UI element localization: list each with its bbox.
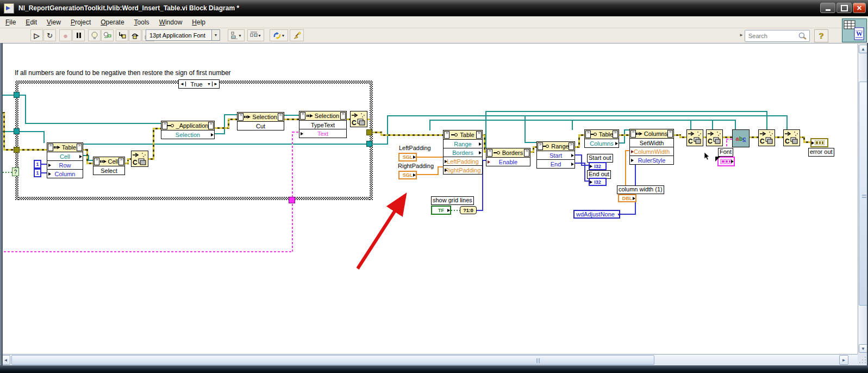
horizontal-scrollbar-thumb[interactable] [11, 355, 654, 365]
node-row-text[interactable]: Text [317, 130, 328, 137]
property-node-table-format[interactable]: ?! Table ?! Range Borders LeftPadding Ri… [443, 130, 483, 175]
case-structure-border-bottom[interactable] [15, 197, 373, 200]
close-reference-node[interactable]: C [131, 151, 148, 167]
close-reference-node[interactable]: C [783, 129, 800, 146]
wire-rulerstyle[interactable] [620, 214, 636, 215]
wire-end[interactable] [584, 163, 585, 182]
clean-up-diagram-button[interactable] [290, 29, 304, 41]
maximize-button[interactable] [836, 3, 852, 13]
tunnel-app-ref[interactable] [14, 92, 20, 98]
wire-error[interactable] [3, 149, 14, 151]
tunnel-error-in[interactable] [14, 147, 20, 153]
wire-close-ref-drop[interactable] [786, 115, 788, 130]
wire-range-ref[interactable] [524, 142, 538, 143]
wire-error[interactable] [20, 149, 47, 151]
vertical-scrollbar[interactable]: ▲ ▼ [858, 44, 867, 354]
enum-constant-wdadjustnone[interactable]: wdAdjustNone ▼ [573, 210, 620, 219]
wire-error[interactable] [619, 134, 630, 136]
wire-error[interactable] [153, 128, 154, 159]
pause-button[interactable] [72, 29, 85, 41]
wire-error[interactable] [153, 128, 161, 129]
node-row-rulerstyle[interactable]: RulerStyle [638, 157, 666, 164]
property-node-borders[interactable]: ?! Borders ?! Enable [486, 148, 530, 166]
chevron-down-icon[interactable]: ▼ [207, 82, 211, 86]
wire-error[interactable] [86, 149, 88, 164]
node-row-rightpadding[interactable]: RightPadding [445, 167, 480, 173]
sgl-control-leftpadding[interactable]: SGL [398, 153, 417, 161]
numeric-constant-column[interactable]: 1 [34, 169, 41, 177]
wire-abc-ref[interactable] [735, 120, 736, 130]
wire-table-fmt-ref[interactable] [429, 120, 430, 130]
vertical-scrollbar-thumb[interactable] [859, 82, 867, 306]
font-selector-dropdown[interactable]: ▼ [211, 29, 220, 41]
wire-error[interactable] [215, 127, 229, 129]
font-cluster-control[interactable] [717, 157, 735, 166]
case-structure-border-right[interactable] [370, 80, 373, 200]
wire-rightpadding[interactable] [416, 174, 439, 175]
horizontal-scrollbar[interactable]: ◄ ► [0, 354, 858, 365]
property-node-range[interactable]: ?! Range ?! Start End [536, 141, 575, 169]
property-node-application[interactable]: ?! _Application ?! Selection [161, 121, 215, 139]
node-row-cell[interactable]: Cell [60, 153, 70, 160]
font-selector[interactable]: 13pt Application Font [146, 29, 212, 41]
retain-wire-values-button[interactable] [101, 29, 114, 41]
node-row-column[interactable]: Column [55, 171, 76, 177]
close-reference-node[interactable]: C [706, 129, 723, 146]
wire-cell-ref[interactable] [88, 160, 93, 161]
wire-close-ref-drop[interactable] [690, 120, 691, 130]
wire-error[interactable] [803, 141, 811, 143]
run-button[interactable]: ▷ [30, 29, 43, 41]
tunnel-table-ref-out[interactable] [366, 141, 372, 147]
wire-ref-rail-3[interactable] [485, 111, 767, 112]
scroll-down-button[interactable]: ▼ [859, 344, 867, 353]
wire-error[interactable] [284, 119, 299, 120]
wire-rightpadding[interactable] [438, 166, 439, 175]
wire-selection-ref[interactable] [224, 115, 225, 134]
case-selector[interactable]: ◄ True ▼ ► [178, 79, 220, 89]
node-row-setwidth[interactable]: SetWidth [640, 140, 664, 146]
step-over-button[interactable] [129, 29, 141, 41]
wire-columns-ref[interactable] [624, 129, 625, 144]
node-row-typetext[interactable]: TypeText [311, 122, 335, 128]
step-into-button[interactable] [116, 29, 128, 41]
close-reference-node[interactable]: C [758, 129, 775, 146]
scroll-right-button[interactable]: ► [839, 355, 848, 365]
node-row-selection[interactable]: Selection [176, 132, 200, 138]
invoke-node-table-cell[interactable]: ?! Table ?! Cell Row Column [47, 142, 83, 178]
invoke-node-selection-cut[interactable]: ?! Selection ?! Cut [237, 112, 284, 130]
node-row-cut[interactable]: Cut [256, 123, 265, 129]
wire-leftpadding[interactable] [416, 157, 444, 158]
search-input[interactable] [747, 32, 798, 40]
node-row-row[interactable]: Row [59, 162, 71, 169]
close-reference-node[interactable]: C [686, 129, 703, 146]
invoke-node-selection-typetext[interactable]: ?! Selection ?! TypeText Text [299, 111, 347, 138]
scroll-up-button[interactable]: ▲ [859, 45, 867, 53]
dbl-control-column-width[interactable]: DBL [618, 194, 636, 202]
wire-ref-rail-1[interactable] [387, 115, 788, 116]
wire-error[interactable] [722, 136, 733, 138]
node-row-start[interactable]: Start [549, 152, 562, 159]
menu-window[interactable]: Window [159, 18, 183, 26]
distribute-objects-button[interactable]: ▼ [247, 29, 264, 41]
minimize-button[interactable] [820, 3, 835, 13]
i32-indicator-start-out[interactable]: I32 [589, 162, 607, 170]
wire-error[interactable] [3, 112, 5, 150]
tunnel-error-out[interactable] [366, 129, 372, 135]
wire-error[interactable] [380, 134, 444, 136]
highlight-execution-button[interactable] [88, 29, 101, 41]
tunnel-text-string[interactable] [289, 197, 295, 203]
reorder-objects-button[interactable]: ▼ [270, 29, 288, 41]
node-row-leftpadding[interactable]: LeftPadding [447, 158, 479, 165]
wire-error[interactable] [484, 134, 485, 152]
property-node-table-columns[interactable]: ?! Table ?! Columns [584, 129, 619, 148]
sgl-control-rightpadding[interactable]: SGL [398, 171, 417, 179]
close-button[interactable]: ✕ [853, 3, 866, 13]
wire-app-ref[interactable] [25, 123, 162, 124]
wire-app-ref[interactable] [25, 95, 26, 124]
node-row-enable[interactable]: Enable [499, 159, 517, 165]
wire-borders-ref[interactable] [485, 111, 486, 148]
case-selector-terminal[interactable]: ? [12, 167, 19, 176]
context-help-button[interactable]: ? [814, 29, 828, 42]
wire-error[interactable] [749, 136, 759, 138]
node-row-borders[interactable]: Borders [452, 150, 473, 156]
